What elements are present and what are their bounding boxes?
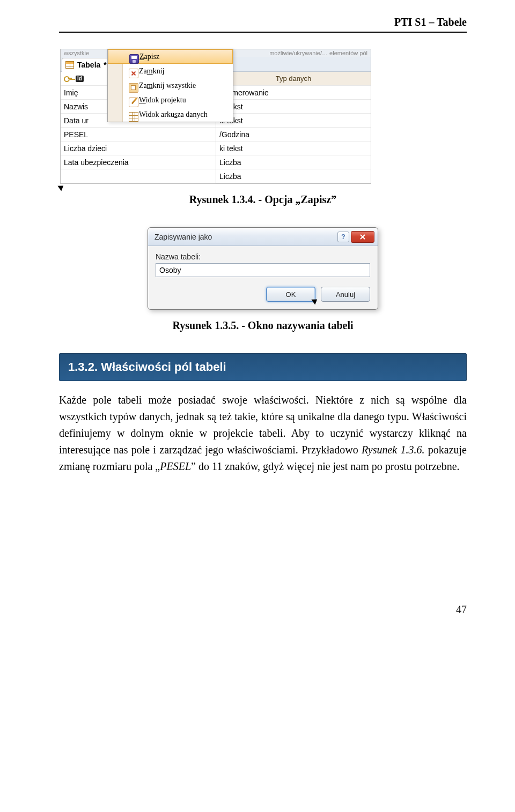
help-button[interactable]: ? bbox=[337, 232, 349, 242]
figure-reference: Rysunek 1.3.6. bbox=[362, 444, 425, 456]
body-paragraph: Każde pole tabeli może posiadać swoje wł… bbox=[59, 392, 467, 475]
cursor-icon bbox=[57, 183, 65, 191]
datatype-cell[interactable]: ki tekst bbox=[216, 114, 371, 128]
page-number: 47 bbox=[59, 604, 467, 616]
datatype-cell[interactable]: ki tekst bbox=[216, 141, 371, 155]
nazwa-tabeli-input[interactable] bbox=[156, 263, 370, 277]
menu-item-widok-arkusza[interactable]: Widok arkusza danych bbox=[108, 107, 233, 122]
figure-1: wszystkie możliwie/ukrywanie/… elementów… bbox=[59, 49, 467, 206]
menu-item-zapisz[interactable]: Zapisz bbox=[108, 49, 233, 64]
field-row[interactable]: PESEL bbox=[61, 128, 216, 141]
field-label-nazwa-tabeli: Nazwa tabeli: bbox=[156, 252, 370, 261]
field-row[interactable]: Lata ubezpieczenia bbox=[61, 155, 216, 169]
field-name: Imię bbox=[64, 88, 78, 97]
field-name: Liczba dzieci bbox=[64, 144, 107, 153]
column-header-datatype[interactable]: Typ danych bbox=[216, 72, 371, 86]
save-as-dialog: Zapisywanie jako ? Nazwa tabeli: OK Anul… bbox=[148, 227, 378, 310]
datatype-cell[interactable]: onumerowanie bbox=[216, 86, 371, 100]
datatype-cell[interactable]: Liczba bbox=[216, 169, 371, 183]
field-name: Lata ubezpieczenia bbox=[64, 158, 129, 167]
context-menu: Zapisz Zamknij Zamknij wszystkie Widok p… bbox=[107, 49, 233, 122]
field-row[interactable]: Liczba dzieci bbox=[61, 141, 216, 155]
menu-item-widok-projektu[interactable]: Widok projektu bbox=[108, 93, 233, 107]
page-header: PTI S1 – Tabele bbox=[59, 16, 467, 33]
menu-item-zamknij-wszystkie[interactable]: Zamknij wszystkie bbox=[108, 78, 233, 93]
cursor-icon bbox=[311, 297, 319, 305]
field-name: Nazwis bbox=[64, 102, 88, 111]
field-name: PESEL bbox=[64, 130, 88, 139]
design-view-icon bbox=[129, 98, 138, 107]
fig1-tab-tabela[interactable]: Tabela* bbox=[62, 58, 115, 72]
save-icon bbox=[129, 54, 139, 64]
fig1-tab-label: Tabela bbox=[77, 61, 100, 69]
menu-item-zamknij[interactable]: Zamknij bbox=[108, 64, 233, 78]
key-icon bbox=[64, 75, 72, 83]
close-all-icon bbox=[129, 83, 138, 93]
figure-2-caption: Rysunek 1.3.5. - Okno nazywania tabeli bbox=[59, 319, 467, 332]
field-name: Data ur bbox=[64, 116, 89, 125]
figure-1-caption: Rysunek 1.3.4. - Opcja „Zapisz” bbox=[59, 193, 467, 206]
figure-2: Zapisywanie jako ? Nazwa tabeli: OK Anul… bbox=[59, 227, 467, 332]
close-icon bbox=[129, 69, 138, 78]
cancel-button[interactable]: Anuluj bbox=[321, 287, 370, 302]
window-close-button[interactable] bbox=[351, 231, 374, 243]
dialog-title: Zapisywanie jako bbox=[154, 233, 212, 241]
id-chip-icon: Id bbox=[76, 76, 84, 82]
ok-button[interactable]: OK bbox=[266, 287, 315, 302]
field-reference: PESEL bbox=[160, 460, 191, 472]
section-heading: 1.3.2. Właściwości pól tabeli bbox=[59, 353, 467, 381]
datatype-cell[interactable]: /Godzina bbox=[216, 128, 371, 141]
table-icon bbox=[65, 61, 74, 69]
dialog-titlebar: Zapisywanie jako ? bbox=[148, 228, 378, 246]
datatype-cell[interactable]: Liczba bbox=[216, 155, 371, 169]
datasheet-view-icon bbox=[129, 112, 138, 122]
datatype-cell[interactable]: ki tekst bbox=[216, 100, 371, 114]
